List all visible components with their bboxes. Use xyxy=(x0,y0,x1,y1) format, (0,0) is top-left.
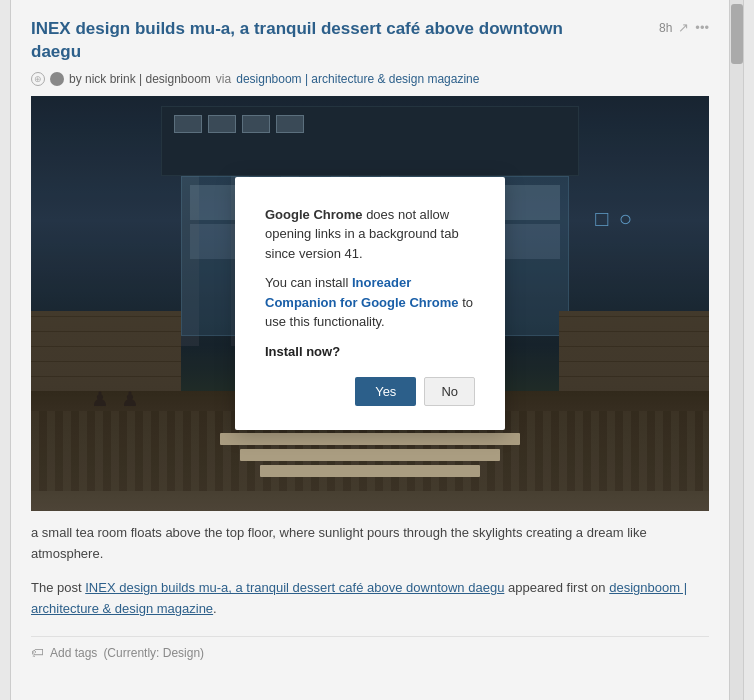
content-area: INEX design builds mu-a, a tranquil dess… xyxy=(11,0,729,688)
article-post-link-line: The post INEX design builds mu-a, a tran… xyxy=(31,578,709,620)
modal-overlay: Google Chrome does not allow opening lin… xyxy=(31,96,709,511)
article-meta-right: 8h ↗ ••• xyxy=(659,20,709,35)
article-header: INEX design builds mu-a, a tranquil dess… xyxy=(31,18,709,64)
scrollbar-thumb[interactable] xyxy=(731,4,743,64)
post-link[interactable]: INEX design builds mu-a, a tranquil dess… xyxy=(85,580,504,595)
article-source: ⊕ by nick brink | designboom via designb… xyxy=(31,72,709,86)
article-body-text: a small tea room floats above the top fl… xyxy=(31,523,709,565)
timestamp: 8h xyxy=(659,21,672,35)
author-label: by nick brink | designboom xyxy=(69,72,211,86)
post-prefix: The post xyxy=(31,580,82,595)
image-container: □ ○ xyxy=(31,96,709,511)
scrollbar[interactable] xyxy=(729,0,743,700)
source-favicon xyxy=(50,72,64,86)
modal-dialog: Google Chrome does not allow opening lin… xyxy=(235,177,505,430)
page-wrapper: INEX design builds mu-a, a tranquil dess… xyxy=(10,0,744,700)
tag-icon: 🏷 xyxy=(31,645,44,660)
modal-buttons: Yes No xyxy=(265,377,475,406)
modal-install-question: Install now? xyxy=(265,344,475,359)
modal-line2-prefix: You can install xyxy=(265,275,352,290)
yes-button[interactable]: Yes xyxy=(355,377,416,406)
share-icon[interactable]: ↗ xyxy=(678,20,689,35)
via-label: via xyxy=(216,72,231,86)
tags-footer: 🏷 Add tags (Currently: Design) xyxy=(31,636,709,668)
article-title[interactable]: INEX design builds mu-a, a tranquil dess… xyxy=(31,18,591,64)
no-button[interactable]: No xyxy=(424,377,475,406)
globe-icon: ⊕ xyxy=(31,72,45,86)
modal-chrome-label: Google Chrome xyxy=(265,207,363,222)
post-suffix: appeared first on xyxy=(508,580,609,595)
source-link[interactable]: designboom | architecture & design magaz… xyxy=(236,72,479,86)
period: . xyxy=(213,601,217,616)
add-tags-label[interactable]: Add tags xyxy=(50,646,97,660)
more-icon[interactable]: ••• xyxy=(695,20,709,35)
modal-text-block: Google Chrome does not allow opening lin… xyxy=(265,205,475,332)
current-tags: (Currently: Design) xyxy=(103,646,204,660)
